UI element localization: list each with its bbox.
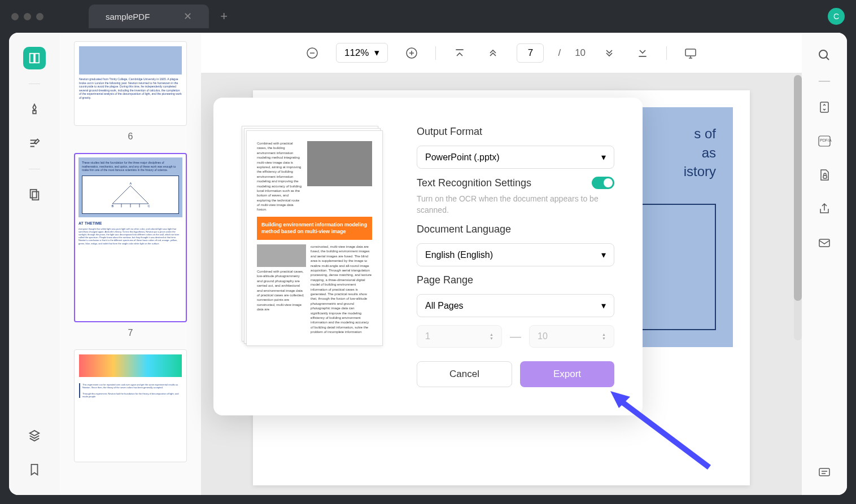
close-window-button[interactable] <box>11 13 19 20</box>
range-from-input[interactable]: 1 ▲▼ <box>417 325 502 348</box>
export-dialog: Combined with practical cases, the build… <box>213 98 643 415</box>
title-bar: samplePDF ✕ + C <box>0 0 856 33</box>
export-dialog-overlay: Combined with practical cases, the build… <box>9 33 847 495</box>
maximize-window-button[interactable] <box>36 13 43 20</box>
dropdown-caret-icon: ▾ <box>601 249 606 260</box>
spinner-icon[interactable]: ▲▼ <box>490 332 493 340</box>
page-range-label: Page Range <box>417 274 614 286</box>
language-dropdown[interactable]: English (English) ▾ <box>417 243 614 266</box>
range-separator: — <box>510 330 521 343</box>
export-preview: Combined with practical cases, the build… <box>242 126 383 346</box>
ocr-hint: Turn on the OCR when the document appear… <box>417 194 614 216</box>
ocr-toggle[interactable] <box>592 177 614 189</box>
close-tab-icon[interactable]: ✕ <box>184 10 192 23</box>
minimize-window-button[interactable] <box>24 13 31 20</box>
page-range-dropdown[interactable]: All Pages ▾ <box>417 294 614 317</box>
range-to-input[interactable]: 10 ▲▼ <box>529 325 614 348</box>
output-format-dropdown[interactable]: PowerPoint (.pptx) ▾ <box>417 146 614 169</box>
tab-title: samplePDF <box>106 12 150 21</box>
dropdown-caret-icon: ▾ <box>601 152 606 163</box>
output-format-label: Output Format <box>417 126 614 138</box>
spinner-icon[interactable]: ▲▼ <box>602 332 606 340</box>
document-tab[interactable]: samplePDF ✕ <box>89 5 209 28</box>
window-traffic-lights <box>11 13 43 20</box>
cancel-button[interactable]: Cancel <box>417 361 512 387</box>
dropdown-caret-icon: ▾ <box>601 300 606 311</box>
export-button[interactable]: Export <box>520 361 614 387</box>
user-avatar[interactable]: C <box>828 8 845 25</box>
language-label: Document Language <box>417 223 614 235</box>
add-tab-button[interactable]: + <box>220 9 228 24</box>
ocr-label: Text Recognition Settings <box>417 177 531 189</box>
